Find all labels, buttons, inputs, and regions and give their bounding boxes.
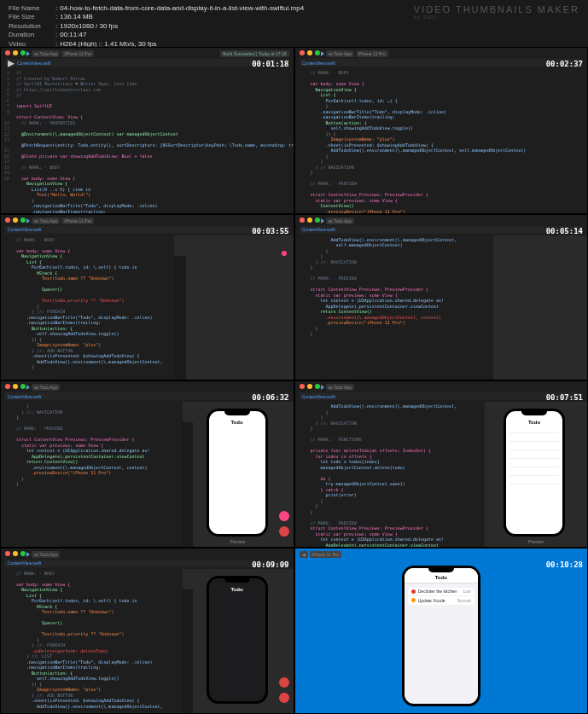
target-app[interactable]: as Todo App [326, 384, 354, 391]
thumbnail-7[interactable]: as Todo App ContentView.swift 00:09:09 /… [0, 548, 294, 715]
code-editor[interactable]: //// Created by Robert Petras// SwiftUI … [1, 68, 294, 213]
tab-contentview[interactable]: ContentView.swift [302, 394, 335, 399]
thumbnail-8[interactable]: ◀iPhone 11 Pro 00:10:28 Todo Declutter t… [294, 548, 589, 715]
window-controls[interactable] [300, 50, 320, 55]
thumbnail-2[interactable]: as Todo AppiPhone 11 Pro ContentView.swi… [294, 47, 589, 214]
timestamp: 00:06:32 [252, 393, 288, 402]
maximize-icon[interactable] [315, 50, 320, 55]
timestamp: 00:03:55 [252, 227, 288, 235]
preview-pane[interactable]: Todo [183, 569, 294, 714]
close-icon[interactable] [5, 218, 10, 223]
target-app[interactable]: as Todo App [326, 50, 354, 57]
tab-contentview[interactable]: ContentView.swift [302, 61, 335, 66]
preview-pane[interactable] [493, 235, 587, 380]
watermark: VIDEO THUMBNAILS MAKER by SUU [414, 4, 579, 20]
code-editor[interactable]: // MARK: - BODY var body: some View { Na… [295, 68, 588, 213]
minimap[interactable] [174, 256, 186, 380]
back-icon[interactable]: ◀ [300, 551, 308, 558]
close-icon[interactable] [300, 384, 305, 389]
preview-pane[interactable] [174, 235, 294, 380]
list-item[interactable]: Declutter the kitchen Low [408, 588, 474, 596]
code-editor[interactable]: ) } //: NAVIGATION} // MARK: - PREVIEW s… [1, 402, 183, 547]
target-device[interactable]: iPhone 11 Pro [61, 218, 94, 224]
notch-icon [224, 578, 250, 583]
window-controls[interactable] [5, 551, 26, 556]
close-icon[interactable] [300, 50, 305, 55]
minimize-icon[interactable] [307, 384, 312, 389]
code-editor[interactable]: AddTodoView().environment(\.managedObjec… [295, 235, 494, 380]
run-button[interactable] [26, 218, 30, 223]
run-button[interactable] [321, 218, 324, 223]
target-app[interactable]: as Todo App [326, 218, 354, 224]
filename-label: File Name [9, 4, 55, 13]
fab-button[interactable] [279, 526, 289, 537]
device-simulator[interactable]: Todo Declutter the kitchen Low Update Xc… [402, 566, 480, 706]
preview-label: Preview [183, 539, 294, 544]
fab-button[interactable] [279, 677, 289, 688]
target-device[interactable]: iPhone 11 Pro [310, 551, 342, 558]
preview-pane[interactable]: Todo Preview [485, 402, 587, 547]
run-button[interactable] [26, 51, 30, 56]
run-button[interactable] [321, 385, 324, 390]
notch-icon [428, 568, 454, 572]
window-controls[interactable] [5, 218, 26, 223]
watermark-title: VIDEO THUMBNAILS MAKER [414, 4, 579, 15]
tab-contentview[interactable]: ContentView.swift [8, 394, 41, 399]
maximize-icon[interactable] [315, 218, 320, 223]
minimap[interactable] [183, 422, 193, 547]
device-preview: Todo [207, 409, 268, 537]
code-editor[interactable]: // MARK: - BODY var body: some View { Na… [1, 235, 174, 380]
resolution-label: Resolution [9, 22, 55, 31]
close-icon[interactable] [5, 384, 10, 389]
target-device[interactable]: iPhone 11 Pro [356, 50, 388, 57]
tab-contentview[interactable]: ContentView.swift [8, 560, 41, 566]
target-app[interactable]: as Todo App [32, 218, 60, 224]
minimize-icon[interactable] [13, 218, 18, 223]
window-controls[interactable] [300, 218, 320, 223]
run-button[interactable] [26, 552, 30, 557]
minimize-icon[interactable] [307, 50, 312, 55]
todo-priority: Low [463, 589, 471, 594]
maximize-icon[interactable] [20, 551, 26, 556]
thumbnail-4[interactable]: as Todo App ContentView.swift 00:05:14 F… [294, 214, 589, 381]
notch-icon [224, 411, 250, 415]
todo-priority: Normal [457, 598, 471, 603]
minimize-icon[interactable] [13, 551, 18, 556]
thumbnail-1[interactable]: as Todo AppiPhone 11 ProBuild Succeeded … [0, 47, 294, 214]
window-controls[interactable] [5, 384, 26, 389]
close-icon[interactable] [300, 218, 305, 223]
tab-contentview[interactable]: ContentView.swift [17, 61, 50, 66]
minimize-icon[interactable] [13, 384, 18, 389]
todo-name: Update Xcode [418, 598, 457, 603]
thumbnail-6[interactable]: as Todo App ContentView.swift 00:07:51 A… [294, 380, 589, 548]
priority-dot-icon [411, 598, 416, 602]
maximize-icon[interactable] [20, 50, 26, 55]
list-item [509, 476, 559, 485]
list-item[interactable]: Update Xcode Normal [408, 596, 474, 605]
tab-contentview[interactable]: ContentView.swift [8, 227, 41, 232]
target-app[interactable]: as Todo App [32, 551, 60, 558]
preview-pane[interactable]: Todo Preview [183, 402, 294, 547]
screen-title: Todo [209, 420, 265, 425]
maximize-icon[interactable] [20, 218, 26, 223]
code-editor[interactable]: AddTodoView().environment(\.managedObjec… [295, 402, 486, 547]
thumbnail-3[interactable]: as Todo AppiPhone 11 Pro ContentView.swi… [0, 214, 294, 381]
maximize-icon[interactable] [20, 384, 26, 389]
minimap[interactable] [183, 589, 193, 714]
minimize-icon[interactable] [307, 218, 312, 223]
screen-title: Todo [209, 587, 265, 592]
target-device[interactable]: iPhone 11 Pro [61, 50, 94, 57]
close-icon[interactable] [5, 551, 10, 556]
fab-button[interactable] [279, 511, 289, 521]
target-app[interactable]: as Todo App [32, 384, 60, 391]
thumbnail-5[interactable]: as Todo App ContentView.swift 00:06:32 )… [0, 380, 294, 548]
code-editor[interactable]: // MARK: - BODY var body: some View { Na… [1, 569, 183, 714]
fab-button[interactable] [279, 693, 289, 703]
window-controls[interactable] [300, 384, 320, 389]
tab-contentview[interactable]: ContentView.swift [302, 227, 335, 232]
run-button[interactable] [26, 385, 30, 390]
run-button[interactable] [321, 51, 324, 56]
maximize-icon[interactable] [315, 384, 320, 389]
target-app[interactable]: as Todo App [32, 50, 60, 57]
resolution-value: 1920x1080 / 30 fps [60, 22, 118, 31]
